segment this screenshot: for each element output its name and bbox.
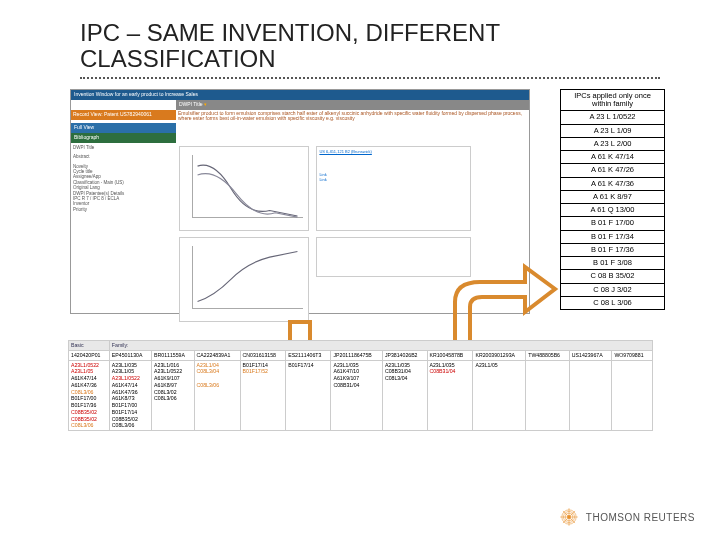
dwpi-title-label: DWPI Title xyxy=(179,101,203,107)
cell-basic: A23L1/0522 A23L1/05 A61K47/14 A61K47/36 … xyxy=(69,360,110,431)
chart-thumbnail-2 xyxy=(179,237,309,322)
record-bar: Record View: Patent US782940061 xyxy=(71,110,176,120)
thomson-reuters-icon xyxy=(558,506,580,528)
full-view-tab[interactable]: Full View xyxy=(71,123,176,133)
window-titlebar: Invention Window for an early product to… xyxy=(71,90,529,100)
emulsion-text: Emulsifier product to form emulsion comp… xyxy=(176,110,529,123)
side-table-header: IPCs applied only once within family xyxy=(561,89,665,111)
chart-thumbnail xyxy=(179,146,309,231)
biblio-tab[interactable]: Bibliograph xyxy=(71,133,176,143)
title-underline xyxy=(80,77,660,79)
ipc-side-table: IPCs applied only once within family A 2… xyxy=(560,89,665,310)
family-table: Basic Family: 1420420P01EP4501130ABR0111… xyxy=(68,340,653,431)
page-title: IPC – SAME INVENTION, DIFFERENT CLASSIFI… xyxy=(80,20,660,73)
footer-text: THOMSON REUTERS xyxy=(586,512,695,523)
footer-logo: THOMSON REUTERS xyxy=(558,506,695,528)
link-box: US 6,451,121 B2 (Brunswick) Link Link xyxy=(316,146,471,231)
left-metadata: DWPI Title Abstract Novelty Cycle title … xyxy=(71,143,176,214)
